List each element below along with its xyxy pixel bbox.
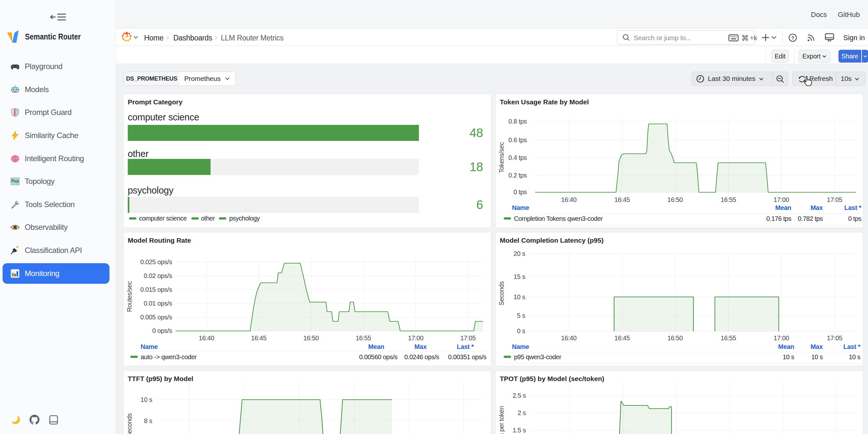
svg-text:0 tps: 0 tps (514, 188, 527, 195)
svg-text:0 s: 0 s (517, 328, 526, 335)
svg-text:16:40: 16:40 (561, 196, 577, 203)
svg-text:16:55: 16:55 (356, 335, 371, 342)
svg-text:16:45: 16:45 (251, 335, 267, 342)
svg-text:20 s: 20 s (514, 250, 526, 257)
svg-text:Seconds: Seconds (498, 281, 505, 305)
svg-text:16:40: 16:40 (561, 335, 577, 342)
svg-text:0.025 ops/s: 0.025 ops/s (140, 258, 172, 266)
svg-text:0.6 tps: 0.6 tps (508, 136, 527, 144)
svg-text:16:45: 16:45 (614, 335, 630, 342)
svg-text:0 ops/s: 0 ops/s (152, 327, 172, 334)
svg-text:17:05: 17:05 (460, 335, 476, 342)
svg-text:Routes/sec: Routes/sec (126, 281, 133, 312)
svg-text:16:55: 16:55 (721, 335, 736, 342)
svg-text:17:05: 17:05 (827, 196, 842, 203)
svg-text:16:50: 16:50 (303, 335, 319, 342)
svg-text:17:00: 17:00 (408, 335, 424, 342)
svg-text:2.5 s: 2.5 s (513, 392, 526, 399)
svg-text:16:50: 16:50 (668, 196, 683, 203)
svg-text:5 s: 5 s (517, 312, 526, 319)
svg-text:0.005 ops/s: 0.005 ops/s (140, 314, 172, 321)
svg-text:?: ? (791, 35, 794, 40)
svg-text:8 s: 8 s (144, 417, 153, 424)
svg-text:16:50: 16:50 (668, 335, 683, 342)
svg-text:0.2 tps: 0.2 tps (508, 172, 527, 179)
svg-text:15 s: 15 s (514, 273, 526, 280)
svg-text:Seconds per token: Seconds per token (498, 406, 505, 434)
svg-text:17:05: 17:05 (827, 335, 842, 342)
svg-text:10 s: 10 s (141, 396, 153, 403)
svg-text:1.5 s: 1.5 s (513, 427, 526, 434)
svg-text:17:00: 17:00 (774, 335, 789, 342)
svg-text:0.02 ops/s: 0.02 ops/s (144, 272, 173, 279)
svg-text:16:40: 16:40 (199, 335, 214, 342)
svg-text:0.015 ops/s: 0.015 ops/s (140, 286, 172, 293)
svg-text:2 s: 2 s (518, 409, 526, 416)
svg-text:10 s: 10 s (514, 293, 526, 301)
svg-text:16:45: 16:45 (614, 196, 630, 203)
svg-text:17:00: 17:00 (774, 196, 789, 203)
svg-text:0.4 tps: 0.4 tps (508, 154, 527, 161)
svg-text:0.01 ops/s: 0.01 ops/s (144, 300, 173, 307)
svg-text:Tokens/sec: Tokens/sec (498, 142, 505, 173)
svg-text:16:55: 16:55 (721, 196, 736, 203)
svg-text:Seconds: Seconds (126, 413, 133, 434)
svg-text:0.8 tps: 0.8 tps (508, 118, 527, 125)
